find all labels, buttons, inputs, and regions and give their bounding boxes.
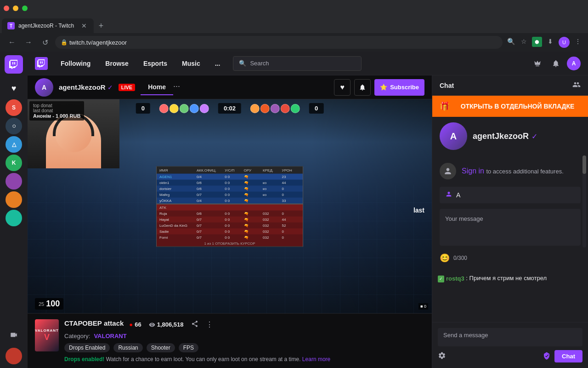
extensions-icon[interactable]: ⬢ <box>532 37 542 47</box>
user-avatar-button[interactable]: A <box>567 57 581 70</box>
sidebar-avatar-2[interactable]: ⬡ <box>6 118 22 134</box>
user-icon <box>445 190 452 200</box>
popup-header-text: ОТКРЫТЬ В ОТДЕЛЬНОЙ ВКЛАДКЕ <box>454 103 581 110</box>
left-sidebar: ♥ S ⬡ △ K <box>0 52 28 368</box>
back-button[interactable]: ← <box>6 36 18 49</box>
search-icon: 🔍 <box>239 60 246 67</box>
tag-fps[interactable]: FPS <box>179 343 198 352</box>
live-badge: LIVE <box>119 84 135 91</box>
game-timer: 0:02 <box>218 103 241 114</box>
nav-browse[interactable]: Browse <box>102 58 132 69</box>
more-tabs-button[interactable]: ... <box>173 80 180 95</box>
popup-name-input[interactable]: A <box>440 187 581 203</box>
popup-sign-in-link[interactable]: Sign in <box>462 167 484 175</box>
search-icon[interactable]: 🔍 <box>506 37 515 46</box>
video-player[interactable]: top donat last donat Анонiм - 1 000 RUB … <box>28 99 432 313</box>
address-icons: 🔍 ☆ ⬢ ⬇ U ⋮ <box>506 37 582 48</box>
popup-user-avatar <box>440 163 456 179</box>
sidebar-avatar-3[interactable]: △ <box>6 136 22 153</box>
stream-title: СТАРОВЕР attack <box>64 319 124 327</box>
nav-esports[interactable]: Esports <box>140 58 171 69</box>
chat-right-icons: Chat <box>543 350 582 362</box>
forward-button[interactable]: → <box>22 36 35 49</box>
nav-music[interactable]: Music <box>178 58 204 69</box>
twitch-header: Following Browse Esports Music ... 🔍 Sea… <box>28 52 588 75</box>
tab-favicon: T <box>7 22 15 29</box>
popup-message-area[interactable]: Your message <box>440 209 581 246</box>
game-poster[interactable]: VALORANT V <box>35 319 59 351</box>
title-bar <box>0 0 588 17</box>
chat-input-row: Chat <box>438 350 582 362</box>
game-hud-bottom: 25 100 <box>35 298 63 310</box>
download-icon[interactable]: ⬇ <box>546 37 555 46</box>
more-options-icon[interactable]: ⋮ <box>573 37 582 46</box>
nav-following[interactable]: Following <box>57 58 94 69</box>
drops-description: Watch for a chance to earn loot. You can… <box>106 356 301 362</box>
popup-streamer-avatar: A <box>440 122 467 150</box>
scrollbar-thumb[interactable] <box>582 155 586 174</box>
active-tab[interactable]: T agentJkezooR - Twitch ✕ <box>2 18 94 33</box>
chat-input-field[interactable]: Send a message <box>438 328 582 346</box>
sidebar-item-following[interactable]: ♥ <box>5 79 23 98</box>
popup-sign-in-suffix: to access additional features. <box>486 168 563 175</box>
sidebar-avatar-4[interactable]: K <box>6 155 22 171</box>
profile-icon[interactable]: U <box>559 37 570 48</box>
chat-badge: ✓ <box>438 276 444 282</box>
chat-username: rostq3 <box>446 275 464 283</box>
notifications-button[interactable] <box>548 56 563 71</box>
health-display: 25 100 <box>35 298 63 310</box>
learn-more-link[interactable]: Learn more <box>302 356 330 362</box>
scrollbar-track[interactable] <box>582 155 586 247</box>
twitch-app: ♥ S ⬡ △ K <box>0 52 588 368</box>
more-options-button[interactable]: ⋮ <box>206 320 213 329</box>
bell-button[interactable] <box>354 79 371 96</box>
chat-settings-button[interactable] <box>438 351 446 362</box>
browser-window: T agentJkezooR - Twitch ✕ + ← → ↺ 🔒 twit… <box>0 0 588 52</box>
crown-button[interactable] <box>530 56 545 71</box>
subscribe-button[interactable]: ⭐ Subscribe <box>374 79 424 96</box>
share-button[interactable] <box>191 320 198 329</box>
viewer-count: ● 66 <box>129 321 141 328</box>
tab-close-button[interactable]: ✕ <box>80 22 88 30</box>
sidebar-avatar-6[interactable] <box>6 191 22 208</box>
chat-user-icon[interactable] <box>572 80 581 91</box>
reload-button[interactable]: ↺ <box>39 36 51 49</box>
camera-icon[interactable] <box>5 326 23 344</box>
video-frame: top donat last donat Анонiм - 1 000 RUB … <box>28 99 432 313</box>
tag-shooter[interactable]: Shooter <box>147 343 175 352</box>
chat-panel: Chat 🎁 ОТКРЫТЬ В ОТДЕЛЬНОЙ ВКЛАДКЕ <box>432 75 588 368</box>
address-input[interactable]: 🔒 twitch.tv/agentjkezoor <box>55 36 503 49</box>
twitch-brand-logo[interactable] <box>35 57 48 70</box>
new-tab-button[interactable]: + <box>95 19 107 32</box>
sidebar-avatar-1[interactable]: S <box>6 99 22 116</box>
channel-info: agentJkezooR ✓ <box>59 83 113 91</box>
sidebar-avatar-bottom[interactable] <box>6 348 22 364</box>
channel-header: A agentJkezooR ✓ LIVE Home ... ♥ <box>28 75 432 99</box>
content-area: A agentJkezooR ✓ LIVE Home ... ♥ <box>28 75 588 368</box>
tab-home[interactable]: Home <box>141 80 173 95</box>
sidebar-avatar-7[interactable] <box>6 210 22 226</box>
tag-drops-enabled[interactable]: Drops Enabled <box>64 343 110 352</box>
twitch-logo[interactable] <box>5 55 23 74</box>
header-search[interactable]: 🔍 Search <box>233 56 362 71</box>
chat-title: Chat <box>440 82 454 89</box>
stream-popup: 🎁 ОТКРЫТЬ В ОТДЕЛЬНОЙ ВКЛАДКЕ A agentJke… <box>432 96 588 269</box>
chat-message-text: : Причем я стрим не смотрел <box>466 275 547 282</box>
tab-title: agentJkezooR - Twitch <box>18 23 76 29</box>
popup-name-value: A <box>456 191 460 199</box>
channel-avatar[interactable]: A <box>35 78 53 97</box>
category-link[interactable]: VALORANT <box>94 333 126 339</box>
nav-more[interactable]: ... <box>211 58 224 69</box>
sidebar-avatar-5[interactable] <box>6 173 22 190</box>
game-hud-top: 0 0:02 <box>136 103 324 114</box>
popup-emoji-button[interactable]: 😊 <box>440 253 450 263</box>
chat-send-button[interactable]: Chat <box>554 350 582 362</box>
verified-icon: ✓ <box>107 84 113 91</box>
scoreboard-overlay: ИМЯ АКК.ОФИЦ. У/С/П ОРУ КРЕД. УРОН AG <box>156 166 303 247</box>
popup-open-tab-button[interactable]: 🎁 ОТКРЫТЬ В ОТДЕЛЬНОЙ ВКЛАДКЕ <box>432 96 588 117</box>
tag-russian[interactable]: Russian <box>113 343 142 352</box>
channel-points-icon[interactable] <box>543 351 551 362</box>
stream-meta: ● 66 1,806,518 <box>129 320 213 329</box>
bookmark-icon[interactable]: ☆ <box>519 37 528 46</box>
heart-button[interactable]: ♥ <box>334 79 351 96</box>
